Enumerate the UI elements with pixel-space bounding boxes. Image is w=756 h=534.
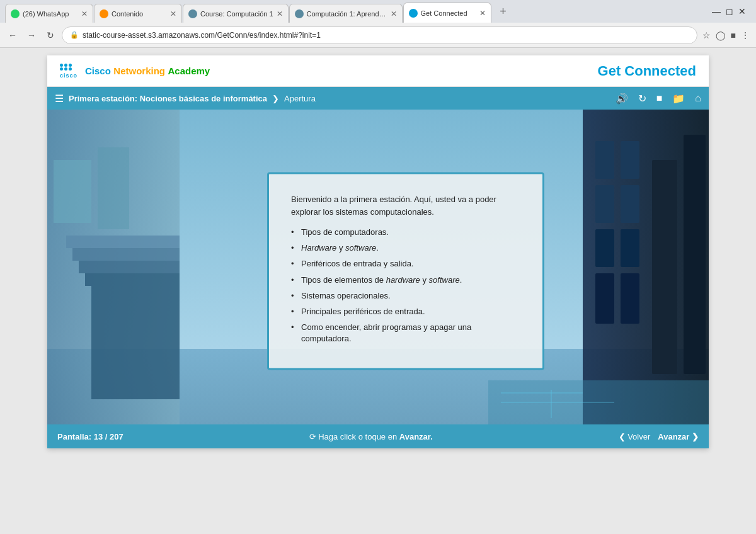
lock-icon: 🔒: [70, 31, 79, 39]
back-button[interactable]: ←: [5, 28, 20, 43]
tab-close-whatsapp[interactable]: ✕: [81, 9, 88, 18]
browser-window: (26) WhatsApp ✕ Contenido ✕ Course: Comp…: [0, 0, 756, 534]
extension-icon[interactable]: ■: [730, 29, 737, 42]
hamburger-menu-icon[interactable]: ☰: [55, 93, 64, 105]
cisco-header: cisco Cisco Networking Academy Get Conne…: [47, 55, 709, 87]
svg-rect-3: [66, 236, 180, 248]
tab-comp1-aprende[interactable]: Computación 1: Aprende so... ✕: [289, 4, 403, 23]
course-container: cisco Cisco Networking Academy Get Conne…: [47, 55, 709, 448]
academy-title: Cisco Networking Academy: [85, 65, 210, 77]
tab-icon-aprende: [295, 9, 304, 18]
reload-button[interactable]: ↻: [43, 28, 58, 43]
svg-rect-15: [595, 229, 614, 267]
tab-icon-getconnected: [409, 9, 418, 18]
address-actions: ☆ ◯ ■ ⋮: [701, 29, 751, 42]
svg-rect-18: [621, 273, 639, 324]
list-item-7: Como encender, abrir programas y apagar …: [291, 322, 520, 344]
tab-label-whatsapp: (26) WhatsApp: [23, 10, 78, 18]
click-hint-prefix: ⟳ Haga click o toque en: [309, 432, 399, 441]
tab-icon-contenido: [100, 9, 108, 18]
window-restore[interactable]: ◻: [726, 6, 733, 16]
tab-icon-comp1: [188, 9, 197, 18]
window-controls: — ◻ ✕: [712, 6, 751, 16]
menu-dots-icon[interactable]: ⋮: [740, 29, 751, 42]
content-intro-text: Bienvenido a la primera estación. Aquí, …: [291, 193, 520, 218]
content-info-box: Bienvenido a la primera estación. Aquí, …: [267, 173, 544, 370]
breadcrumb-main: Primera estación: Nociones básicas de in…: [69, 94, 267, 103]
list-item-5: Sistemas operacionales.: [291, 290, 520, 301]
stop-icon[interactable]: ■: [656, 93, 663, 104]
svg-rect-7: [91, 286, 180, 399]
svg-rect-14: [621, 185, 639, 223]
tab-label-contenido: Contenido: [112, 10, 167, 18]
folder-icon[interactable]: 📁: [672, 93, 685, 105]
list-item-1: Tipos de computadoras.: [291, 227, 520, 238]
course-nav-bar: ☰ Primera estación: Nociones básicas de …: [47, 87, 709, 110]
tab-close-getconnected[interactable]: ✕: [479, 9, 486, 18]
bookmark-icon[interactable]: ☆: [701, 29, 712, 42]
tab-label-aprende: Computación 1: Aprende so...: [307, 10, 387, 18]
main-content-area: Bienvenido a la primera estación. Aquí, …: [47, 110, 709, 424]
svg-rect-6: [85, 273, 180, 286]
window-close[interactable]: ✕: [738, 6, 746, 16]
navigation-buttons: ❮ Volver Avanzar ❯: [619, 432, 699, 441]
tab-close-comp1[interactable]: ✕: [277, 9, 283, 18]
svg-rect-19: [652, 160, 677, 374]
list-item-3: Periféricos de entrada y salida.: [291, 258, 520, 270]
profile-icon[interactable]: ◯: [714, 29, 727, 42]
get-connected-title: Get Connected: [598, 63, 696, 79]
new-tab-button[interactable]: +: [495, 3, 512, 20]
tab-label-comp1: Course: Computación 1: [200, 10, 273, 18]
tab-bar: (26) WhatsApp ✕ Contenido ✕ Course: Comp…: [0, 0, 756, 23]
content-list: Tipos de computadoras. Hardware y softwa…: [291, 227, 520, 345]
svg-rect-4: [72, 248, 180, 261]
url-text: static-course-asset.s3.amazonaws.com/Get…: [83, 31, 689, 40]
list-item-4: Tipos de elementos de hardware y softwar…: [291, 274, 520, 285]
svg-rect-8: [54, 160, 91, 223]
cisco-logo-img: cisco: [60, 64, 77, 79]
tab-label-getconnected: Get Connected: [421, 9, 476, 17]
breadcrumb-sub: Apertura: [284, 94, 316, 103]
click-hint-bold: Avanzar.: [399, 432, 433, 441]
sound-icon[interactable]: 🔊: [616, 93, 628, 105]
tab-icon-whatsapp: [11, 9, 20, 18]
svg-rect-20: [684, 135, 706, 374]
cisco-logo: cisco Cisco Networking Academy: [60, 64, 210, 79]
forward-nav-button[interactable]: Avanzar ❯: [658, 432, 699, 441]
home-icon[interactable]: ⌂: [695, 93, 701, 104]
svg-rect-5: [79, 261, 180, 273]
list-item-2: Hardware y software.: [291, 242, 520, 254]
bottom-bar: Pantalla: 13 / 207 ⟳ Haga click o toque …: [47, 424, 709, 448]
cisco-text-label: cisco: [60, 72, 77, 79]
refresh-icon[interactable]: ↻: [638, 93, 646, 105]
tab-whatsapp[interactable]: (26) WhatsApp ✕: [5, 4, 93, 23]
svg-rect-12: [621, 141, 639, 179]
svg-rect-9: [98, 147, 129, 229]
tab-get-connected[interactable]: Get Connected ✕: [403, 3, 491, 23]
svg-rect-16: [621, 229, 639, 267]
tab-course-comp1[interactable]: Course: Computación 1 ✕: [183, 4, 289, 23]
address-bar: ← → ↻ 🔒 static-course-asset.s3.amazonaws…: [0, 23, 756, 48]
url-bar[interactable]: 🔒 static-course-asset.s3.amazonaws.com/G…: [62, 26, 697, 44]
window-minimize[interactable]: —: [712, 6, 721, 16]
breadcrumb-arrow-icon: ❯: [272, 94, 279, 103]
forward-button[interactable]: →: [24, 28, 39, 43]
svg-rect-17: [595, 273, 614, 324]
tab-contenido[interactable]: Contenido ✕: [94, 4, 182, 23]
list-item-6: Principales periféricos de entrada.: [291, 305, 520, 317]
back-nav-button[interactable]: ❮ Volver: [619, 432, 651, 441]
page-content: cisco Cisco Networking Academy Get Conne…: [0, 48, 756, 534]
click-hint: ⟳ Haga click o toque en Avanzar.: [123, 432, 619, 441]
svg-rect-11: [595, 141, 614, 179]
slide-count: Pantalla: 13 / 207: [57, 432, 123, 441]
nav-icons: 🔊 ↻ ■ 📁 ⌂: [616, 93, 701, 105]
tab-close-contenido[interactable]: ✕: [170, 9, 176, 18]
tab-close-aprende[interactable]: ✕: [391, 9, 397, 18]
svg-rect-13: [595, 185, 614, 223]
